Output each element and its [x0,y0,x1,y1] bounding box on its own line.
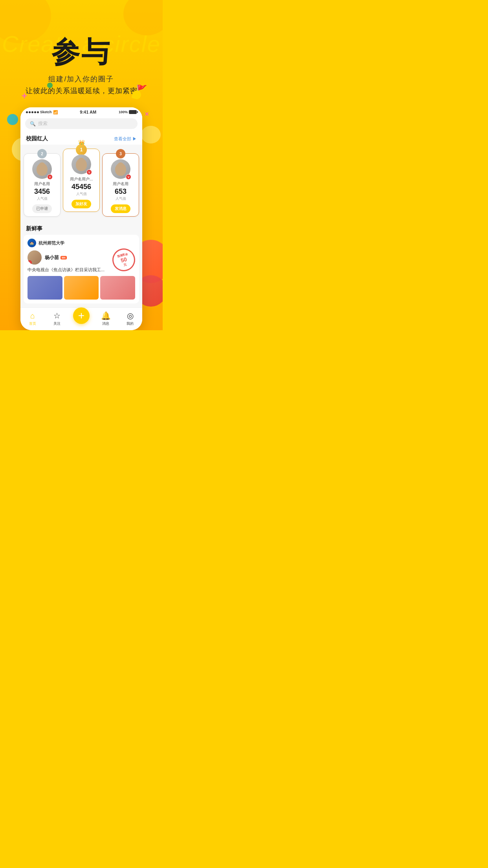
profile-icon: ◎ [127,311,134,320]
fresh-image-1 [28,276,62,300]
rank-btn-2[interactable]: 已申请 [32,204,52,213]
small-circle-green [47,83,53,88]
school-icon: 🏫 [28,239,36,247]
rank-btn-1[interactable]: 加好友 [72,200,91,208]
home-icon: ⌂ [30,311,35,320]
nav-label-home: 首页 [29,321,36,326]
plus-decoration: + [22,90,27,101]
fresh-user-row: V 杨小苗 M4 预测奖金 50 元 [28,250,135,265]
carrier-label: Sketch [40,110,52,114]
rank-label-3: 人气值 [116,196,126,201]
avatar-rank-2: V [32,159,52,179]
battery-icon [129,110,137,114]
message-icon: 🔔 [101,311,111,320]
wifi-icon: 📶 [53,110,58,114]
rank-score-1: 45456 [72,183,91,191]
rank-score-3: 653 [115,188,127,196]
rank-name-2: 用户名用 [26,181,58,187]
rank-badge-1: 1 [76,144,87,155]
x-decoration: × [145,110,149,118]
rank-card-3: 3 V 用户名用 653 人气值 发消息 [102,153,139,217]
page-background: + × 🚩 Create a circle 参与 组建/加入你的圈子 让彼此的关… [0,0,163,330]
bottom-nav: ⌂ 首页 ☆ 关注 + 🔔 消息 ◎ 我的 [20,307,142,330]
nav-label-messages: 消息 [102,321,109,326]
page-title: 参与 [0,0,163,71]
rank-name-3: 用户名用 [105,181,136,187]
rankings-more-link[interactable]: 查看全部 ▶ [114,136,137,142]
fresh-title: 新鲜事 [24,221,139,235]
school-name: 杭州师范大学 [39,240,64,246]
nav-item-profile[interactable]: ◎ 我的 [118,311,142,326]
status-right: 100% [119,110,137,114]
subtitle-join: 组建/加入你的圈子 [0,74,163,84]
fresh-card[interactable]: 🏫 杭州师范大学 V 杨小苗 M4 [24,235,139,303]
avatar-rank-1: V [72,154,91,174]
nav-item-add[interactable]: + [69,314,94,324]
add-button[interactable]: + [73,307,90,324]
follow-icon: ☆ [53,311,61,320]
v-badge-2: V [47,174,53,180]
rank-btn-3[interactable]: 发消息 [111,204,130,213]
bg-circle-teal [7,114,18,125]
search-bar[interactable]: 🔍 搜索 [25,118,138,129]
rank-card-1: 👑 1 V 用户名用户... 45456 人气值 加好友 [63,149,100,212]
fresh-image-2 [64,276,99,300]
fresh-avatar: V [28,250,42,265]
nav-item-follow[interactable]: ☆ 关注 [45,311,69,326]
fresh-school-row: 🏫 杭州师范大学 [28,239,135,247]
phone-mockup: Sketch 📶 9:41 AM 100% 🔍 搜索 校园红人 查看全部 ▶ [20,107,142,330]
rank-label-2: 人气值 [37,196,48,201]
rank-name-1: 用户名用户... [66,177,97,182]
fresh-section: 新鲜事 🏫 杭州师范大学 V 杨小苗 M4 [20,221,142,307]
fresh-image-3 [100,276,135,300]
rank-badge-3: 3 [116,149,125,158]
search-icon: 🔍 [30,121,36,127]
nav-item-messages[interactable]: 🔔 消息 [94,311,118,326]
fresh-images [28,276,135,300]
nav-label-profile: 我的 [127,321,134,326]
search-bar-wrapper: 🔍 搜索 [20,116,142,132]
rank-card-2: 2 V 用户名用 3456 人气值 已申请 [24,153,61,217]
user-tag: M4 [61,256,67,259]
status-time: 9:41 AM [80,110,96,114]
bg-circle-right-top [141,126,161,143]
signal-dots [26,111,39,113]
search-placeholder: 搜索 [38,120,48,127]
rankings-title: 校园红人 [26,135,48,142]
rank-badge-2: 2 [37,149,47,158]
rank-score-2: 3456 [34,188,50,196]
nav-item-home[interactable]: ⌂ 首页 [20,311,45,326]
status-left: Sketch 📶 [26,110,58,114]
battery-percentage: 100% [119,110,128,114]
v-badge-1: V [86,169,92,175]
rank-label-1: 人气值 [76,191,87,197]
nav-label-follow: 关注 [53,321,61,326]
v-badge-3: V [126,174,131,180]
avatar-rank-3: V [111,159,130,179]
status-bar: Sketch 📶 9:41 AM 100% [20,107,142,116]
fresh-avatar-v-badge: V [28,260,32,265]
rankings-area: 2 V 用户名用 3456 人气值 已申请 👑 [20,145,142,221]
